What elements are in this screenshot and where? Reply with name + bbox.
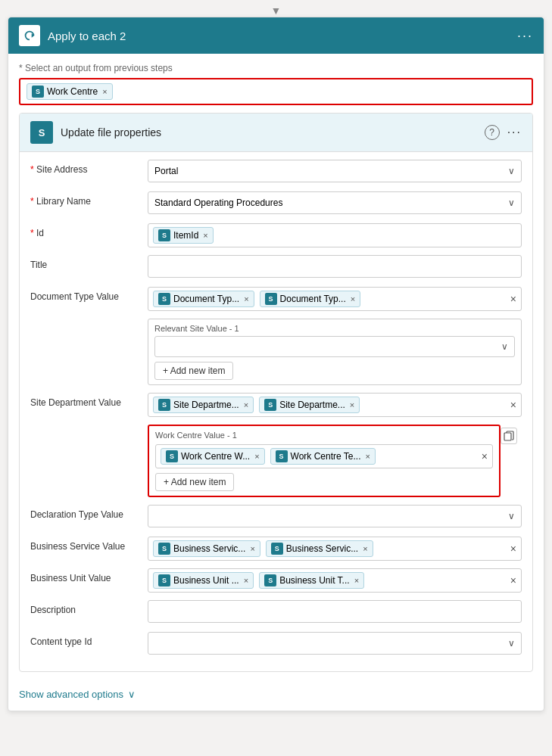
library-name-dropdown-arrow[interactable]: ∨ [508,198,515,208]
description-field[interactable] [148,600,522,623]
site-address-row: Site Address Portal ∨ [30,160,522,184]
relevant-site-dropdown[interactable]: ∨ [154,336,515,357]
work-centre-section-label: Work Centre Value - 1 [155,431,493,440]
library-name-field[interactable]: Standard Operating Procedures ∨ [148,191,522,214]
site-department-field[interactable]: S Site Departme... × S Site Departme... … [148,393,522,417]
title-field[interactable] [148,255,522,278]
site-address-value: Portal [154,166,178,176]
biz-svc-clear-button[interactable]: × [510,543,516,555]
card-title: Apply to each 2 [48,30,126,42]
content-type-field[interactable]: ∨ [148,632,522,655]
select-output-box[interactable]: S Work Centre × [19,78,533,105]
biz-unit-1-close[interactable]: × [244,576,248,585]
biz-svc-tag-1: S Business Servic... × [153,540,260,557]
card-header: Apply to each 2 ··· [8,17,544,54]
work-centre-copy-icon[interactable] [501,428,517,444]
biz-svc-2-close[interactable]: × [363,544,367,553]
site-dept-1-close[interactable]: × [244,400,248,409]
biz-svc-1-s-icon: S [158,543,170,555]
site-dept-1-label: Site Departme... [173,400,239,410]
inner-card-title: Update file properties [61,126,161,138]
doc-type-2-close[interactable]: × [351,294,355,303]
site-dept-clear-button[interactable]: × [510,399,516,411]
biz-unit-tag-2: S Business Unit T... × [259,572,364,589]
id-field[interactable]: S ItemId × [148,223,522,247]
doc-type-1-close[interactable]: × [244,294,248,303]
content-type-control: ∨ [148,632,522,655]
item-id-label: ItemId [173,230,198,241]
inner-card-menu-button[interactable]: ··· [507,126,522,139]
document-type-label: Document Type Value [30,287,148,302]
show-advanced-label: Show advanced options [19,689,123,700]
tag-close-button[interactable]: × [102,87,107,96]
site-dept-tag-1: S Site Departme... × [153,397,254,413]
relevant-site-dropdown-arrow[interactable]: ∨ [501,341,508,352]
doc-type-1-label: Document Typ... [173,294,239,304]
declaration-type-dropdown-arrow[interactable]: ∨ [508,511,515,521]
wc-1-label: Work Centre W... [181,451,250,462]
relevant-site-add-button[interactable]: + Add new item [154,362,233,380]
content-type-row: Content type Id ∨ [30,632,522,656]
site-address-dropdown-arrow[interactable]: ∨ [508,166,515,176]
content-type-dropdown-arrow[interactable]: ∨ [508,638,515,649]
work-centre-section: Work Centre Value - 1 S Work Centre W...… [148,425,501,497]
biz-unit-2-label: Business Unit T... [279,575,349,586]
wc-1-close[interactable]: × [254,452,259,461]
card-menu-button[interactable]: ··· [517,28,533,44]
site-address-label: Site Address [30,160,148,175]
apply-to-each-card: Apply to each 2 ··· * Select an output f… [8,17,544,711]
relevant-site-section-row: ∨ [154,336,515,357]
site-address-control: Portal ∨ [148,160,522,182]
business-service-row: Business Service Value S Business Servic… [30,537,522,561]
biz-unit-clear-button[interactable]: × [510,574,516,586]
inner-card-header: S Update file properties ? ··· [20,114,532,152]
relevant-site-section-label: Relevant Site Value - 1 [154,324,515,333]
work-centre-tag: S Work Centre × [27,83,113,100]
site-address-field[interactable]: Portal ∨ [148,160,522,182]
biz-unit-2-close[interactable]: × [354,576,359,585]
work-centre-tags-field[interactable]: S Work Centre W... × S Work Centre Te...… [155,444,493,468]
document-type-field[interactable]: S Document Typ... × S Document Typ... × … [148,287,522,311]
work-centre-clear-button[interactable]: × [482,450,488,462]
site-dept-2-close[interactable]: × [350,400,354,409]
biz-svc-1-close[interactable]: × [250,544,254,553]
id-control: S ItemId × [148,223,522,247]
biz-unit-1-s-icon: S [158,574,170,586]
loop-icon [19,25,40,46]
work-centre-tag-1: S Work Centre W... × [161,448,265,465]
inner-header-right: ? ··· [485,125,522,140]
description-control [148,600,522,623]
site-department-row: Site Department Value S Site Departme...… [30,393,522,417]
relevant-site-row: Relevant Site Value - 1 ∨ + Add new item [30,319,522,385]
declaration-type-label: Declaration Type Value [30,505,148,520]
document-type-row: Document Type Value S Document Typ... × … [30,287,522,311]
business-service-label: Business Service Value [30,537,148,552]
title-label: Title [30,255,148,270]
business-service-field[interactable]: S Business Servic... × S Business Servic… [148,537,522,561]
business-unit-field[interactable]: S Business Unit ... × S Business Unit T.… [148,568,522,593]
biz-unit-1-label: Business Unit ... [173,575,239,586]
help-button[interactable]: ? [485,125,500,140]
inner-card-header-left: S Update file properties [30,121,161,144]
tag-label: Work Centre [47,86,98,97]
show-advanced-section[interactable]: Show advanced options ∨ [8,681,544,711]
biz-svc-1-label: Business Servic... [173,543,245,554]
relevant-site-section: Relevant Site Value - 1 ∨ + Add new item [148,319,522,385]
doc-type-clear-button[interactable]: × [510,293,516,305]
biz-svc-2-s-icon: S [271,543,283,555]
biz-svc-2-label: Business Servic... [286,543,358,554]
show-advanced-arrow: ∨ [128,689,136,700]
work-centre-add-button[interactable]: + Add new item [155,473,234,491]
wc-2-close[interactable]: × [366,452,370,461]
description-label: Description [30,600,148,615]
site-dept-1-s-icon: S [158,399,170,411]
library-name-value: Standard Operating Procedures [154,198,282,208]
site-department-control: S Site Departme... × S Site Departme... … [148,393,522,417]
site-department-label: Site Department Value [30,393,148,408]
site-dept-2-label: Site Departme... [279,400,345,410]
declaration-type-field[interactable]: ∨ [148,505,522,527]
connector-arrow [0,0,552,17]
work-centre-tag-2: S Work Centre Te... × [270,448,376,465]
business-unit-label: Business Unit Value [30,568,148,583]
item-id-close-button[interactable]: × [203,231,207,240]
